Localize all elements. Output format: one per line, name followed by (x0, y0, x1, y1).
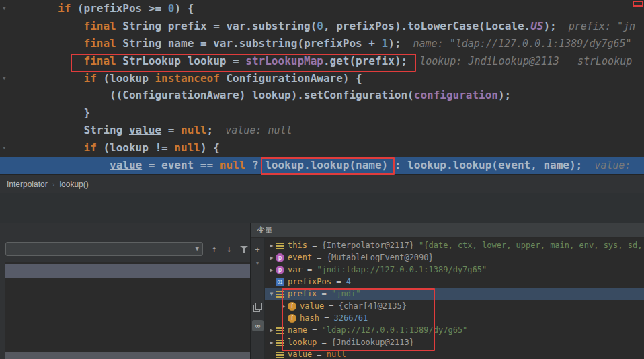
equals-sign: = (317, 337, 331, 347)
fold-icon[interactable]: ▾ (2, 0, 7, 17)
code-token: StrLookup lookup = (122, 54, 245, 67)
code-text: final StrLookup lookup = strLookupMap.ge… (58, 52, 632, 70)
code-token: } (84, 106, 91, 119)
code-token: .get(prefix); (323, 54, 407, 67)
frame-down-button[interactable]: ↓ (222, 242, 237, 256)
variable-row-prefix[interactable]: ▼prefix = "jndi" (265, 288, 644, 300)
code-token: , prefixPos).toLowerCase(Locale. (323, 19, 530, 32)
code-token: String name = var.substring(prefixPos + (122, 37, 381, 50)
code-text: String value = null;value: null (58, 122, 292, 139)
tree-collapsed-arrow-icon[interactable]: ▶ (280, 303, 288, 309)
tree-collapsed-arrow-icon[interactable]: ▶ (268, 340, 276, 346)
execution-line[interactable]: value = event == null ? lookup.lookup(na… (0, 157, 644, 174)
tree-collapsed-arrow-icon[interactable]: ▶ (268, 255, 276, 261)
code-text: } (58, 104, 90, 122)
code-line[interactable]: ▾if (lookup instanceof ConfigurationAwar… (0, 70, 644, 87)
gutter: ▾ (0, 0, 58, 17)
code-token: final (84, 54, 123, 67)
code-line[interactable]: ((ConfigurationAware) lookup).setConfigu… (0, 87, 644, 104)
tree-collapsed-arrow-icon[interactable]: ▶ (268, 267, 276, 273)
variables-tab[interactable]: 变量 (251, 223, 644, 238)
variable-row-lookup[interactable]: ▶lookup = {JndiLookup@2113} (265, 336, 644, 348)
code-line[interactable]: final String name = var.substring(prefix… (0, 35, 644, 52)
code-token: value (129, 124, 161, 136)
fold-icon[interactable]: ▾ (2, 139, 7, 157)
gutter (0, 35, 58, 52)
debugger-inline-hint: name: "ldap://127.0.0.1:1389/dy7g65" (413, 38, 632, 50)
variable-row-hash[interactable]: fhash = 3266761 (265, 312, 644, 324)
frames-bottom-row[interactable] (5, 352, 250, 359)
variable-value: 3266761 (334, 313, 368, 323)
code-line[interactable]: String value = null;value: null (0, 122, 644, 139)
code-text: final String name = var.substring(prefix… (58, 35, 632, 52)
code-line[interactable]: final String prefix = var.substring(0, p… (0, 17, 644, 35)
fold-icon[interactable]: ▾ (2, 70, 7, 87)
variable-name: event (288, 253, 312, 262)
variable-name: this (288, 241, 307, 250)
param-variable-icon: p (276, 253, 284, 262)
code-text: if (lookup != null) { (58, 139, 220, 157)
gutter (0, 17, 58, 35)
code-token: (lookup (97, 72, 155, 85)
local-variable-icon (276, 326, 284, 335)
variable-name: value (300, 301, 324, 311)
equals-sign: = (307, 241, 322, 250)
variable-row-value[interactable]: value = null (265, 348, 644, 359)
code-line[interactable]: final StrLookup lookup = strLookupMap.ge… (0, 52, 644, 70)
variable-name: lookup (288, 337, 317, 347)
code-text: if (prefixPos >= 0) { (58, 0, 194, 17)
code-token: 0 (168, 2, 175, 15)
code-token: String (84, 124, 129, 136)
frames-panel: ▼ ↑ ↓ (0, 223, 251, 359)
debugger-inline-hint: value: null (225, 124, 292, 136)
code-editor: ▾if (prefixPos >= 0) {final String prefi… (0, 0, 644, 174)
variable-row-prefixPos[interactable]: 01prefixPos = 4 (265, 276, 644, 288)
debugger-inline-hint: lookup: JndiLookup@2113 strLookup (419, 55, 632, 67)
code-token: if (84, 141, 97, 154)
breadcrumb-method[interactable]: lookup() (59, 180, 88, 189)
param-variable-icon: p (276, 266, 284, 274)
variables-body: + ▾ ∞ ▶this = {Interpolator@2117} "{date… (251, 238, 644, 359)
code-text: ((ConfigurationAware) lookup).setConfigu… (58, 87, 511, 104)
code-line[interactable]: ▾if (prefixPos >= 0) { (0, 0, 644, 17)
code-token: ); (543, 19, 556, 32)
code-token: (lookup != (97, 141, 175, 154)
thread-selector-dropdown[interactable]: ▼ (5, 242, 203, 256)
variable-name: name (288, 325, 307, 335)
code-token: instanceof (155, 72, 219, 85)
variable-row-name[interactable]: ▶name = "ldap://127.0.0.1:1389/dy7g65" (265, 324, 644, 336)
variable-value: "ldap://127.0.0.1:1389/dy7g65" (322, 325, 468, 335)
chevron-down-icon[interactable]: ▾ (251, 260, 264, 266)
frame-row-selected[interactable] (5, 264, 250, 278)
gutter (0, 87, 58, 104)
local-variable-icon (276, 290, 284, 298)
variables-panel: 变量 + ▾ ∞ ▶this = {Interpolator@2117} "{d… (251, 223, 644, 359)
gutter (0, 157, 58, 174)
variable-row-var[interactable]: ▶pvar = "jndi:ldap://127.0.0.1:1389/dy7g… (265, 264, 644, 276)
variable-row-value[interactable]: ▶fvalue = {char[4]@2135} (265, 300, 644, 312)
variable-name: var (288, 265, 303, 274)
code-token: if (58, 2, 71, 15)
variable-row-this[interactable]: ▶this = {Interpolator@2117} "{date, ctx,… (265, 239, 644, 251)
code-line[interactable]: ▾if (lookup != null) { (0, 139, 644, 157)
add-watch-icon[interactable]: + (251, 245, 264, 255)
filter-button[interactable] (237, 242, 251, 256)
equals-sign: = (324, 301, 339, 311)
tree-collapsed-arrow-icon[interactable]: ▶ (268, 327, 276, 333)
code-token: if (84, 72, 97, 85)
breadcrumb-separator-icon: › (52, 180, 55, 188)
equals-sign: = (312, 350, 327, 359)
debugger-inline-hint: prefix: "jn (569, 20, 635, 32)
frame-up-button[interactable]: ↑ (207, 242, 222, 256)
copy-icon[interactable] (253, 303, 262, 311)
variable-row-event[interactable]: ▶pevent = {MutableLogEvent@2090} (265, 251, 644, 264)
breadcrumb-class[interactable]: Interpolator (7, 180, 48, 189)
tree-expanded-arrow-icon[interactable]: ▼ (268, 291, 276, 297)
gutter: ▾ (0, 139, 58, 157)
prim-variable-icon: 01 (276, 278, 284, 286)
code-line[interactable]: } (0, 104, 644, 122)
infinity-evaluate-icon[interactable]: ∞ (252, 320, 264, 331)
frames-toolbar: ▼ ↑ ↓ (5, 242, 251, 256)
tree-collapsed-arrow-icon[interactable]: ▶ (268, 243, 276, 249)
code-token: ConfigurationAware) { (220, 72, 362, 85)
